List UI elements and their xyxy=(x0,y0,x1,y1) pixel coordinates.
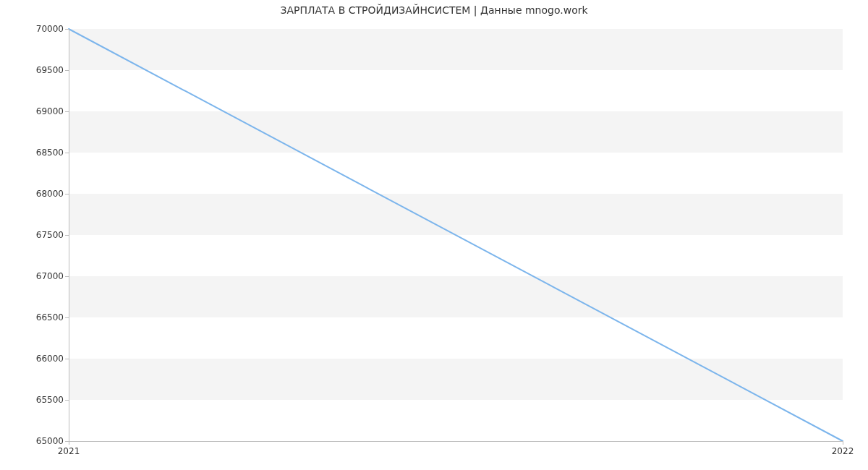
series-line xyxy=(69,29,843,441)
salary-chart: ЗАРПЛАТА В СТРОЙДИЗАЙНСИСТЕМ | Данные mn… xyxy=(0,0,868,470)
chart-title: ЗАРПЛАТА В СТРОЙДИЗАЙНСИСТЕМ | Данные mn… xyxy=(0,4,868,16)
y-tick-label: 65500 xyxy=(6,395,64,405)
y-tick-label: 68000 xyxy=(6,189,64,199)
y-tick-label: 67500 xyxy=(6,230,64,240)
y-tick-label: 66000 xyxy=(6,354,64,364)
y-tick-label: 66500 xyxy=(6,312,64,322)
y-tick-mark xyxy=(65,29,69,30)
y-tick-mark xyxy=(65,317,69,318)
y-tick-mark xyxy=(65,194,69,195)
y-tick-mark xyxy=(65,235,69,236)
y-tick-mark xyxy=(65,111,69,112)
y-tick-label: 65000 xyxy=(6,436,64,446)
x-axis-line xyxy=(69,441,843,442)
y-tick-mark xyxy=(65,276,69,277)
y-tick-label: 69500 xyxy=(6,65,64,75)
x-tick-mark xyxy=(69,441,69,445)
x-tick-label: 2021 xyxy=(58,446,80,456)
y-tick-mark xyxy=(65,153,69,153)
plot-area xyxy=(69,29,843,441)
x-tick-mark xyxy=(843,441,843,445)
line-layer xyxy=(69,29,843,441)
y-tick-mark xyxy=(65,400,69,401)
y-axis-line xyxy=(69,29,69,441)
y-tick-label: 69000 xyxy=(6,106,64,116)
y-tick-mark xyxy=(65,70,69,71)
y-tick-mark xyxy=(65,359,69,359)
y-tick-label: 67000 xyxy=(6,271,64,281)
y-tick-label: 68500 xyxy=(6,148,64,158)
y-tick-label: 70000 xyxy=(6,24,64,34)
x-tick-label: 2022 xyxy=(832,446,854,456)
